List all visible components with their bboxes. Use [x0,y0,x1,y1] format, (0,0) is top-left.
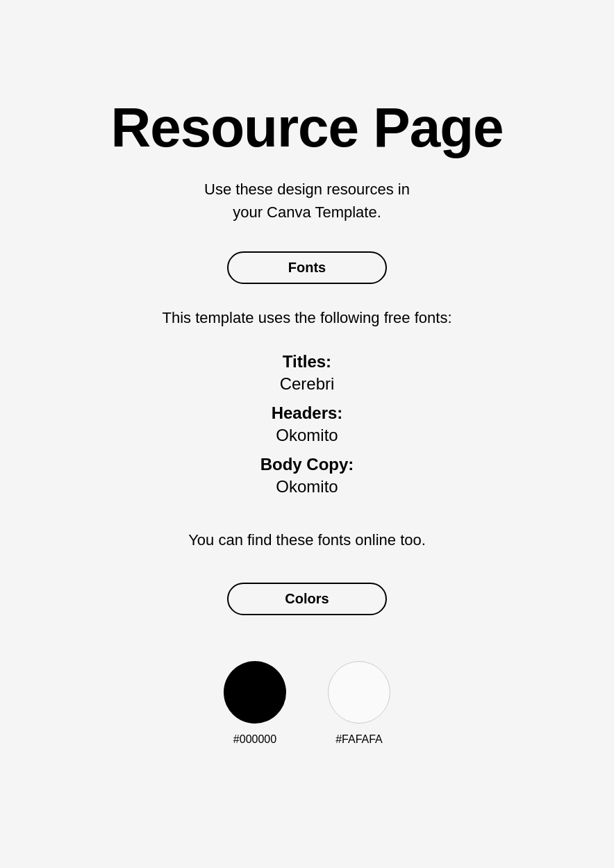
color-hex-black: #000000 [233,733,276,746]
titles-label: Titles: [283,352,331,372]
color-circle-white [328,661,390,724]
fonts-description: This template uses the following free fo… [163,309,452,327]
colors-section: Colors #000000 #FAFAFA [42,583,572,746]
color-swatch-white: #FAFAFA [328,661,390,746]
titles-font: Cerebri [280,374,335,394]
color-circle-black [224,661,286,724]
page-title: Resource Page [110,97,503,158]
body-copy-label: Body Copy: [260,455,354,474]
page-subtitle: Use these design resources inyour Canva … [204,178,410,224]
color-swatch-black: #000000 [224,661,286,746]
fonts-badge: Fonts [227,251,387,284]
headers-font: Okomito [276,426,338,445]
color-swatches: #000000 #FAFAFA [224,661,390,746]
color-hex-white: #FAFAFA [335,733,383,746]
body-copy-font: Okomito [276,477,338,496]
fonts-footer: You can find these fonts online too. [188,531,426,549]
fonts-list: Titles: Cerebri Headers: Okomito Body Co… [260,352,354,503]
colors-badge: Colors [227,583,387,615]
headers-label: Headers: [272,403,343,423]
